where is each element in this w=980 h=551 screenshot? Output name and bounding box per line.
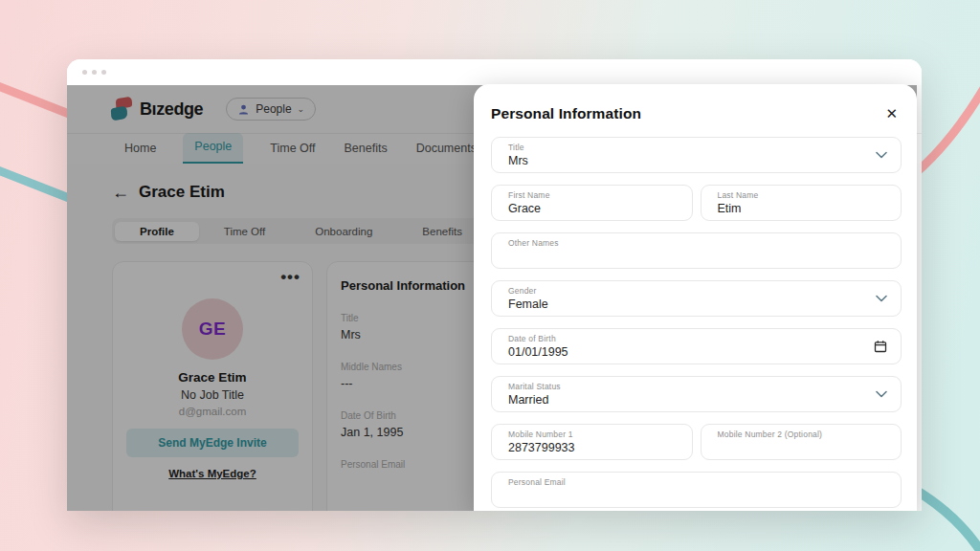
- drawer-field-date-of-birth[interactable]: Date of Birth01/01/1995: [491, 328, 902, 364]
- window-dot: [82, 70, 87, 75]
- drawer-field-other-names[interactable]: Other Names: [491, 232, 902, 269]
- field-label: Title: [508, 143, 868, 152]
- field-label: Date of Birth: [508, 334, 868, 343]
- chevron-down-icon[interactable]: [876, 295, 887, 302]
- field-value: 2873799933: [508, 441, 659, 454]
- field-value: [718, 441, 869, 454]
- field-label: Mobile Number 2 (Optional): [718, 430, 869, 439]
- field-value: [508, 250, 868, 263]
- app-window: Bızedge People ⌄ HomePeopleTime OffBenef…: [67, 59, 922, 511]
- field-value: [508, 489, 868, 502]
- field-value: Grace: [508, 202, 659, 215]
- field-value: Married: [508, 393, 868, 407]
- drawer-field-first-name[interactable]: First NameGrace: [491, 185, 693, 221]
- window-titlebar: [67, 59, 922, 85]
- drawer-field-title[interactable]: TitleMrs: [491, 137, 902, 173]
- personal-information-drawer: Personal Information ✕ TitleMrsFirst Nam…: [474, 84, 917, 511]
- chevron-down-icon[interactable]: [876, 390, 887, 398]
- field-label: Other Names: [508, 238, 868, 248]
- chevron-down-icon[interactable]: [876, 151, 887, 159]
- field-label: Last Name: [718, 190, 869, 200]
- field-label: Gender: [508, 286, 868, 296]
- field-label: Marital Status: [508, 382, 868, 391]
- window-dot: [92, 70, 97, 75]
- field-label: Mobile Number 1: [508, 430, 659, 439]
- drawer-field-personal-email[interactable]: Personal Email: [491, 472, 902, 508]
- field-label: First Name: [508, 190, 659, 200]
- window-dot: [101, 70, 106, 75]
- drawer-field-mobile-number-1[interactable]: Mobile Number 12873799933: [491, 424, 693, 460]
- field-value: Etim: [718, 202, 869, 215]
- close-icon[interactable]: ✕: [881, 104, 902, 122]
- drawer-field-gender[interactable]: GenderFemale: [491, 280, 902, 317]
- field-value: Mrs: [508, 154, 868, 167]
- drawer-title: Personal Information: [491, 105, 641, 122]
- drawer-field-last-name[interactable]: Last NameEtim: [701, 185, 902, 221]
- field-value: 01/01/1995: [508, 345, 868, 359]
- drawer-field-marital-status[interactable]: Marital StatusMarried: [491, 376, 902, 412]
- field-label: Personal Email: [508, 477, 868, 487]
- field-value: Female: [508, 298, 868, 311]
- calendar-icon[interactable]: [874, 340, 887, 353]
- drawer-field-mobile-number-2-optional[interactable]: Mobile Number 2 (Optional): [701, 424, 902, 460]
